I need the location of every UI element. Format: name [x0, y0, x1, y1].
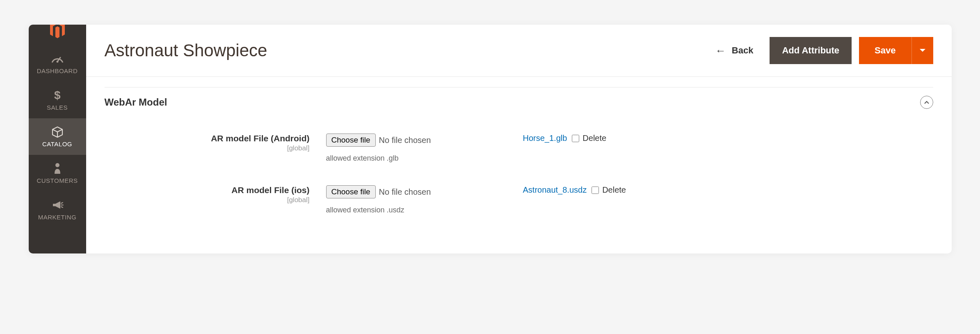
- field-scope: [global]: [105, 196, 310, 204]
- gauge-icon: [50, 53, 64, 65]
- field-hint: allowed extension .usdz: [326, 206, 523, 214]
- page-title: Astronaut Showpiece: [105, 41, 707, 60]
- choose-file-button[interactable]: Choose file: [326, 185, 376, 198]
- collapse-toggle[interactable]: [920, 96, 933, 109]
- caret-down-icon: [919, 48, 926, 53]
- file-status: No file chosen: [379, 187, 431, 197]
- field-label: AR model File (Android): [105, 134, 310, 143]
- sidebar: DASHBOARD $ SALES CATALOG CUSTOMERS MARK…: [29, 25, 86, 253]
- section-title: WebAr Model: [105, 97, 920, 108]
- sidebar-item-catalog[interactable]: CATALOG: [29, 118, 86, 155]
- field-hint: allowed extension .glb: [326, 154, 523, 163]
- form-area: AR model File (Android) [global] Choose …: [105, 117, 933, 214]
- magento-logo-icon: [48, 25, 66, 40]
- app-frame: DASHBOARD $ SALES CATALOG CUSTOMERS MARK…: [29, 25, 952, 253]
- delete-checkbox-ios[interactable]: [592, 187, 599, 194]
- sidebar-item-label: SALES: [47, 104, 68, 111]
- sidebar-item-sales[interactable]: $ SALES: [29, 82, 86, 118]
- chevron-up-icon: [924, 101, 930, 104]
- sidebar-item-dashboard[interactable]: DASHBOARD: [29, 45, 86, 82]
- box-icon: [51, 126, 64, 138]
- section-header[interactable]: WebAr Model: [105, 87, 933, 117]
- field-value-col: Horse_1.glb Delete: [523, 134, 607, 143]
- sidebar-item-label: CUSTOMERS: [37, 177, 78, 184]
- field-label-col: AR model File (Android) [global]: [105, 134, 326, 152]
- field-control-col: Choose file No file chosen allowed exten…: [326, 134, 523, 163]
- sidebar-item-label: MARKETING: [38, 214, 77, 221]
- svg-point-1: [56, 61, 58, 63]
- field-value-col: Astronaut_8.usdz Delete: [523, 185, 626, 195]
- content-area: WebAr Model AR model File (Android) [glo…: [86, 77, 952, 253]
- main-content: Astronaut Showpiece ← Back Add Attribute…: [86, 25, 952, 253]
- sidebar-item-customers[interactable]: CUSTOMERS: [29, 155, 86, 191]
- save-button-group: Save: [859, 37, 933, 64]
- file-link-ios[interactable]: Astronaut_8.usdz: [523, 185, 587, 195]
- file-status: No file chosen: [379, 136, 431, 145]
- choose-file-button[interactable]: Choose file: [326, 134, 376, 147]
- file-picker-ios: Choose file No file chosen: [326, 185, 523, 198]
- back-label: Back: [732, 45, 754, 56]
- logo[interactable]: [29, 25, 86, 45]
- save-button[interactable]: Save: [859, 37, 911, 64]
- field-label: AR model File (ios): [105, 185, 310, 195]
- field-label-col: AR model File (ios) [global]: [105, 185, 326, 204]
- delete-label: Delete: [583, 134, 606, 143]
- delete-checkbox-android[interactable]: [572, 135, 579, 142]
- sidebar-item-label: CATALOG: [42, 141, 72, 147]
- dollar-icon: $: [53, 89, 62, 101]
- megaphone-icon: [51, 199, 64, 211]
- field-control-col: Choose file No file chosen allowed exten…: [326, 185, 523, 214]
- back-button[interactable]: ← Back: [707, 41, 762, 60]
- svg-text:$: $: [54, 89, 60, 101]
- add-attribute-button[interactable]: Add Attribute: [770, 37, 852, 64]
- file-picker-android: Choose file No file chosen: [326, 134, 523, 147]
- field-row-ios: AR model File (ios) [global] Choose file…: [105, 185, 933, 214]
- delete-label: Delete: [602, 185, 626, 195]
- field-scope: [global]: [105, 144, 310, 152]
- svg-point-3: [55, 163, 59, 167]
- file-link-android[interactable]: Horse_1.glb: [523, 134, 567, 143]
- person-icon: [53, 162, 62, 175]
- save-dropdown-button[interactable]: [911, 37, 933, 64]
- page-header: Astronaut Showpiece ← Back Add Attribute…: [86, 25, 952, 77]
- sidebar-item-label: DASHBOARD: [37, 67, 78, 74]
- arrow-left-icon: ←: [715, 45, 726, 56]
- sidebar-item-marketing[interactable]: MARKETING: [29, 191, 86, 228]
- field-row-android: AR model File (Android) [global] Choose …: [105, 134, 933, 163]
